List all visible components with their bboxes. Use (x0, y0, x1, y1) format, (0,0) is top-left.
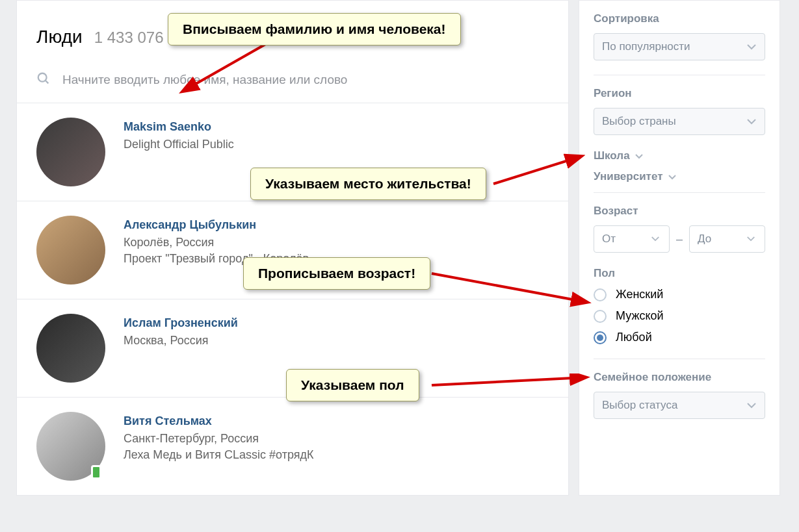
chevron-down-icon (746, 44, 757, 50)
arrow-icon (429, 270, 592, 307)
annotation-callout: Указываем пол (286, 369, 419, 401)
person-name[interactable]: Ислам Грозненский (124, 316, 238, 330)
radio-icon (594, 331, 607, 344)
chevron-down-icon (746, 118, 757, 125)
person-name[interactable]: Maksim Saenko (124, 120, 234, 134)
arrow-icon (429, 374, 592, 399)
university-filter[interactable]: Университет (594, 170, 765, 183)
avatar[interactable] (36, 412, 105, 481)
avatar[interactable] (36, 118, 105, 186)
person-subtitle: Санкт-Петербург, Россия (124, 432, 313, 446)
svg-line-4 (432, 273, 586, 302)
sort-label: Сортировка (594, 12, 765, 25)
gender-radio-any[interactable]: Любой (594, 331, 765, 344)
person-subtitle: Москва, Россия (124, 334, 238, 348)
radio-icon (594, 310, 607, 323)
sort-select[interactable]: По популярности (594, 33, 765, 60)
search-row (17, 64, 568, 103)
region-value: Выбор страны (602, 115, 676, 128)
chevron-down-icon (746, 402, 757, 409)
person-name[interactable]: Александр Цыбулькин (124, 218, 309, 232)
arrow-icon (170, 40, 274, 99)
radio-icon (594, 288, 607, 301)
results-count: 1 433 076 (94, 29, 164, 47)
annotation-callout: Прописываем возраст! (243, 257, 430, 290)
person-subtitle: Королёв, Россия (124, 236, 309, 249)
online-mobile-icon (91, 465, 101, 479)
svg-line-5 (432, 377, 585, 385)
list-item[interactable]: Витя Стельмах Санкт-Петербург, Россия Ле… (17, 398, 568, 495)
gender-radio-female[interactable]: Женский (594, 288, 765, 301)
person-name[interactable]: Витя Стельмах (124, 414, 313, 428)
sort-value: По популярности (602, 40, 690, 53)
family-status-label: Семейное положение (594, 371, 765, 384)
family-status-value: Выбор статуса (602, 399, 677, 412)
svg-line-3 (493, 157, 581, 184)
family-status-select[interactable]: Выбор статуса (594, 392, 765, 419)
avatar[interactable] (36, 216, 105, 285)
age-to-select[interactable]: До (689, 225, 765, 253)
region-select[interactable]: Выбор страны (594, 108, 765, 135)
gender-radio-male[interactable]: Мужской (594, 309, 765, 323)
arrow-icon (491, 153, 585, 188)
svg-line-2 (183, 43, 268, 91)
main-panel: Люди 1 433 076 Maksim Saenko Delight Off… (16, 0, 569, 496)
avatar[interactable] (36, 314, 105, 383)
svg-point-0 (38, 73, 47, 82)
search-icon (36, 71, 51, 88)
search-input[interactable] (62, 73, 517, 87)
annotation-callout: Указываем место жительства! (250, 168, 486, 200)
chevron-down-icon (746, 236, 757, 242)
svg-line-1 (46, 81, 49, 84)
page-title: Люди (36, 27, 83, 47)
chevron-down-icon (651, 236, 661, 242)
age-dash: – (676, 233, 683, 246)
chevron-down-icon (668, 170, 676, 183)
region-label: Регион (594, 87, 765, 100)
person-subtitle: Delight Official Public (124, 138, 234, 151)
person-subtitle: Леха Медь и Витя CLassic #отрядК (124, 448, 313, 462)
school-filter[interactable]: Школа (594, 149, 765, 162)
gender-label: Пол (594, 267, 765, 280)
chevron-down-icon (635, 149, 643, 162)
age-label: Возраст (594, 205, 765, 218)
age-from-select[interactable]: От (594, 225, 670, 253)
annotation-callout: Вписываем фамилию и имя человека! (168, 13, 461, 45)
filters-sidebar: Сортировка По популярности Регион Выбор … (579, 0, 780, 496)
